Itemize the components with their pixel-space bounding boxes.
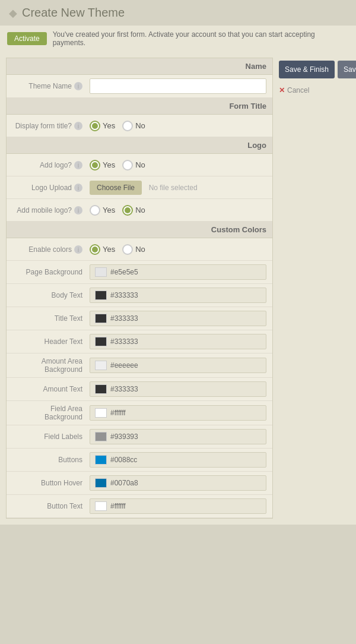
choose-file-button[interactable]: Choose File — [90, 181, 142, 195]
color-row: Amount Text#333333 — [7, 378, 272, 401]
save-finish-button[interactable]: Save & Finish — [279, 61, 335, 78]
color-label: Button Hover — [12, 479, 90, 487]
add-mobile-logo-row: Add mobile logo? i Yes No — [7, 199, 272, 222]
color-swatch — [95, 384, 107, 394]
color-input-wrapper[interactable]: #333333 — [90, 288, 266, 303]
activation-message: You've created your first form. Activate… — [53, 30, 349, 47]
color-input-wrapper[interactable]: #eeeeee — [90, 358, 266, 373]
color-row: Title Text#333333 — [7, 307, 272, 330]
color-label: Field Area Background — [12, 405, 90, 421]
theme-name-input[interactable] — [90, 78, 266, 94]
color-swatch — [95, 408, 107, 418]
action-panel: Save & Finish Save ✕ Cancel — [279, 58, 350, 519]
color-input-wrapper[interactable]: #ffffff — [90, 405, 266, 421]
color-row: Field Area Background#ffffff — [7, 401, 272, 425]
color-label: Body Text — [12, 291, 90, 299]
no-file-text: No file selected — [149, 184, 198, 192]
display-form-title-no[interactable]: No — [122, 121, 145, 131]
display-form-title-info-icon[interactable]: i — [74, 122, 82, 130]
save-button[interactable]: Save — [338, 61, 356, 78]
color-value: #333333 — [110, 337, 138, 346]
name-section-header: Name — [7, 58, 272, 75]
color-input-wrapper[interactable]: #ffffff — [90, 498, 266, 514]
enable-colors-no[interactable]: No — [122, 244, 145, 255]
add-mobile-logo-label: Add mobile logo? i — [12, 206, 90, 214]
custom-colors-section-header: Custom Colors — [7, 222, 272, 238]
color-value: #333333 — [110, 385, 138, 393]
color-input-wrapper[interactable]: #939393 — [90, 429, 266, 444]
color-rows-container: Page Background#e5e5e5Body Text#333333Ti… — [7, 261, 272, 518]
cancel-link[interactable]: ✕ Cancel — [279, 86, 350, 94]
color-label: Amount Text — [12, 385, 90, 393]
enable-colors-info-icon[interactable]: i — [74, 245, 82, 254]
color-row: Page Background#e5e5e5 — [7, 261, 272, 284]
radio-yes-indicator — [90, 121, 100, 131]
color-row: Buttons#0088cc — [7, 449, 272, 472]
mobile-logo-yes[interactable]: Yes — [90, 205, 115, 216]
theme-name-label: Theme Name i — [12, 82, 90, 90]
color-value: #e5e5e5 — [110, 268, 138, 276]
add-logo-radio-yes-indicator — [90, 160, 100, 171]
color-row: Amount Area Background#eeeeee — [7, 353, 272, 378]
cancel-x-icon: ✕ — [279, 86, 285, 94]
add-logo-radio-group: Yes No — [90, 160, 145, 171]
form-title-section-header: Form Title — [7, 98, 272, 115]
logo-upload-label: Logo Upload i — [12, 184, 90, 192]
color-label: Title Text — [12, 314, 90, 323]
color-value: #ffffff — [110, 409, 126, 417]
color-row: Button Text#ffffff — [7, 495, 272, 518]
enable-colors-radio-yes-indicator — [90, 244, 100, 255]
display-form-title-row: Display form title? i Yes No — [7, 115, 272, 137]
color-swatch — [95, 337, 107, 346]
color-swatch — [95, 314, 107, 323]
color-input-wrapper[interactable]: #0070a8 — [90, 475, 266, 491]
color-value: #333333 — [110, 314, 138, 323]
color-label: Field Labels — [12, 433, 90, 441]
color-label: Page Background — [12, 268, 90, 276]
logo-upload-row: Logo Upload i Choose File No file select… — [7, 176, 272, 199]
enable-colors-radio-no-indicator — [122, 244, 133, 255]
color-input-wrapper[interactable]: #333333 — [90, 381, 266, 397]
enable-colors-radio-group: Yes No — [90, 244, 145, 255]
color-row: Button Hover#0070a8 — [7, 472, 272, 495]
color-swatch — [95, 267, 107, 277]
add-logo-info-icon[interactable]: i — [74, 161, 82, 169]
theme-name-info-icon[interactable]: i — [74, 82, 82, 90]
color-row: Field Labels#939393 — [7, 425, 272, 449]
logo-section-header: Logo — [7, 137, 272, 154]
enable-colors-row: Enable colors i Yes No — [7, 238, 272, 261]
color-input-wrapper[interactable]: #0088cc — [90, 452, 266, 468]
add-logo-label: Add logo? i — [12, 161, 90, 169]
radio-no-indicator — [122, 121, 133, 131]
mobile-logo-no[interactable]: No — [122, 205, 145, 216]
add-mobile-logo-info-icon[interactable]: i — [74, 206, 82, 214]
color-label: Button Text — [12, 502, 90, 510]
color-swatch — [95, 361, 107, 370]
enable-colors-yes[interactable]: Yes — [90, 244, 115, 255]
add-logo-row: Add logo? i Yes No — [7, 154, 272, 176]
color-value: #eeeeee — [110, 361, 138, 370]
page-header: ◆ Create New Theme — [0, 0, 356, 26]
color-value: #939393 — [110, 433, 138, 441]
add-logo-no[interactable]: No — [122, 160, 145, 171]
add-logo-radio-no-indicator — [122, 160, 133, 171]
add-mobile-logo-radio-group: Yes No — [90, 205, 145, 216]
color-swatch — [95, 501, 107, 511]
activation-bar: Activate You've created your first form.… — [0, 26, 356, 52]
display-form-title-yes[interactable]: Yes — [90, 121, 115, 131]
color-row: Header Text#333333 — [7, 330, 272, 353]
color-input-wrapper[interactable]: #333333 — [90, 334, 266, 349]
enable-colors-label: Enable colors i — [12, 245, 90, 254]
color-input-wrapper[interactable]: #e5e5e5 — [90, 264, 266, 280]
logo-upload-info-icon[interactable]: i — [74, 184, 82, 192]
color-swatch — [95, 478, 107, 488]
color-label: Header Text — [12, 337, 90, 346]
color-input-wrapper[interactable]: #333333 — [90, 311, 266, 326]
add-logo-yes[interactable]: Yes — [90, 160, 115, 171]
theme-name-row: Theme Name i — [7, 75, 272, 98]
display-form-title-radio-group: Yes No — [90, 121, 145, 131]
color-swatch — [95, 455, 107, 465]
activate-button[interactable]: Activate — [7, 32, 47, 45]
color-value: #333333 — [110, 291, 138, 299]
color-value: #0070a8 — [110, 479, 138, 487]
